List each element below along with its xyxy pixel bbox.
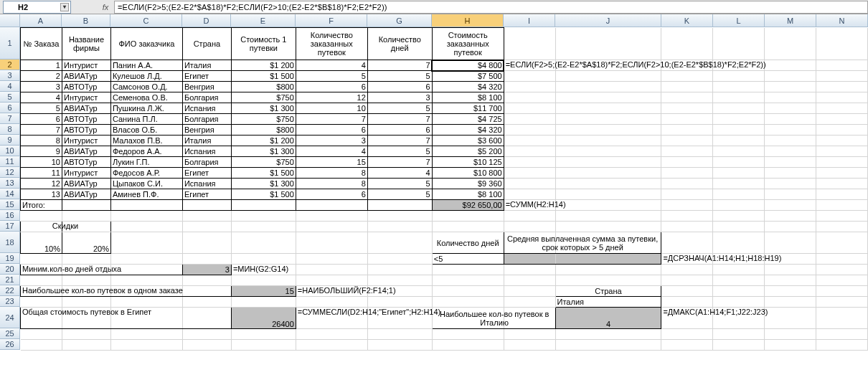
cell-I19[interactable]: 9450	[504, 254, 555, 265]
cell-N16[interactable]	[816, 211, 868, 222]
row-header-24[interactable]: 24	[0, 307, 20, 328]
cell-E9[interactable]: $1 200	[231, 136, 296, 146]
cell-H17[interactable]	[432, 222, 504, 232]
cell-G20[interactable]	[367, 265, 432, 275]
cell-A2[interactable]: 1	[21, 60, 62, 71]
cell-M14[interactable]	[765, 189, 816, 200]
cell-E17[interactable]	[231, 222, 296, 232]
row-header-4[interactable]: 4	[0, 81, 20, 92]
cell-E1[interactable]: Стоимость 1 путевки	[231, 28, 296, 60]
cell-G18[interactable]	[367, 232, 432, 254]
cell-J21[interactable]	[555, 275, 661, 286]
cell-B12[interactable]: Интурист	[62, 168, 110, 179]
cell-H15[interactable]: $92 650,00	[432, 200, 504, 211]
cell-H7[interactable]: $4 725	[432, 114, 504, 125]
cell-J9[interactable]	[555, 136, 661, 146]
cell-F9[interactable]: 3	[296, 136, 367, 146]
cell-K3[interactable]	[661, 71, 713, 82]
cell-J14[interactable]	[555, 189, 661, 200]
cell-L14[interactable]	[713, 189, 765, 200]
cell-L7[interactable]	[713, 114, 765, 125]
cell-N19[interactable]	[816, 254, 868, 265]
cell-K23[interactable]	[661, 297, 713, 308]
cell-L8[interactable]	[713, 125, 765, 136]
cell-L12[interactable]	[713, 168, 765, 179]
cell-E3[interactable]: $1 500	[231, 71, 296, 82]
row-header-22[interactable]: 22	[0, 285, 20, 296]
cell-E24[interactable]: 26400	[231, 308, 296, 329]
cell-L23[interactable]	[713, 297, 765, 308]
cell-E5[interactable]: $750	[231, 92, 296, 103]
cell-J17[interactable]	[555, 222, 661, 232]
cell-B3[interactable]: АВИАТур	[62, 71, 110, 82]
cell-I1[interactable]	[504, 28, 555, 60]
cell-I10[interactable]	[504, 146, 555, 157]
cell-A10[interactable]: 9	[21, 146, 62, 157]
cell-E19[interactable]	[231, 254, 296, 265]
cell-L5[interactable]	[713, 92, 765, 103]
cell-F6[interactable]: 10	[296, 103, 367, 114]
cell-N20[interactable]	[816, 265, 868, 275]
cell-N5[interactable]	[816, 92, 868, 103]
cell-H14[interactable]: $8 100	[432, 189, 504, 200]
cell-A1[interactable]: № Заказа	[21, 28, 62, 60]
cell-H9[interactable]: $3 600	[432, 136, 504, 146]
row-header-7[interactable]: 7	[0, 113, 20, 124]
cell-L18[interactable]	[713, 232, 765, 254]
cell-I23[interactable]	[504, 297, 555, 308]
row-header-3[interactable]: 3	[0, 70, 20, 81]
cell-K14[interactable]	[661, 189, 713, 200]
cell-H22[interactable]	[432, 286, 504, 297]
cell-F16[interactable]	[296, 211, 367, 222]
cell-B25[interactable]	[62, 329, 110, 340]
cell-G16[interactable]	[367, 211, 432, 222]
row-header-8[interactable]: 8	[0, 124, 20, 135]
row-header-15[interactable]: 15	[0, 199, 20, 210]
cell-K19[interactable]: =ДСРЗНАЧ(A1:H14;H1;H18:H19)	[661, 254, 713, 265]
cell-C5[interactable]: Семенова О.В.	[110, 92, 182, 103]
cell-A14[interactable]: 13	[21, 189, 62, 200]
cell-J23[interactable]: Италия	[555, 297, 661, 308]
cell-K1[interactable]	[661, 28, 713, 60]
cell-F10[interactable]: 4	[296, 146, 367, 157]
row-header-6[interactable]: 6	[0, 103, 20, 113]
cell-D10[interactable]: Испания	[182, 146, 231, 157]
cell-B15[interactable]	[62, 200, 110, 211]
cell-N12[interactable]	[816, 168, 868, 179]
cell-B13[interactable]: АВИАТур	[62, 179, 110, 189]
cell-G13[interactable]: 5	[367, 179, 432, 189]
cell-G17[interactable]	[367, 222, 432, 232]
cell-K21[interactable]	[661, 275, 713, 286]
cell-A20[interactable]: Миним.кол-во дней отдыха	[21, 265, 62, 275]
cell-A23[interactable]	[21, 297, 62, 308]
cell-B1[interactable]: Название фирмы	[62, 28, 110, 60]
cell-F7[interactable]: 7	[296, 114, 367, 125]
cell-A21[interactable]	[21, 275, 62, 286]
cell-I17[interactable]	[504, 222, 555, 232]
cell-M3[interactable]	[765, 71, 816, 82]
cell-K11[interactable]	[661, 157, 713, 168]
row-header-11[interactable]: 11	[0, 156, 20, 167]
cell-L10[interactable]	[713, 146, 765, 157]
cell-I3[interactable]	[504, 71, 555, 82]
cell-J18[interactable]	[555, 232, 661, 254]
cell-A4[interactable]: 3	[21, 82, 62, 92]
cell-L26[interactable]	[713, 340, 765, 351]
cell-I25[interactable]	[504, 329, 555, 340]
cell-B19[interactable]	[62, 254, 110, 265]
column-header-K[interactable]: K	[661, 14, 713, 27]
cell-G8[interactable]: 6	[367, 125, 432, 136]
cell-C23[interactable]	[110, 297, 182, 308]
fx-icon[interactable]: fx	[100, 3, 111, 11]
cell-J6[interactable]	[555, 103, 661, 114]
cell-L25[interactable]	[713, 329, 765, 340]
cell-D1[interactable]: Страна	[182, 28, 231, 60]
cell-K26[interactable]	[661, 340, 713, 351]
cell-G6[interactable]: 5	[367, 103, 432, 114]
cell-A8[interactable]: 7	[21, 125, 62, 136]
row-header-1[interactable]: 1	[0, 27, 20, 60]
cell-F19[interactable]	[296, 254, 367, 265]
cell-E25[interactable]	[231, 329, 296, 340]
cell-C1[interactable]: ФИО заказчика	[110, 28, 182, 60]
cell-L16[interactable]	[713, 211, 765, 222]
